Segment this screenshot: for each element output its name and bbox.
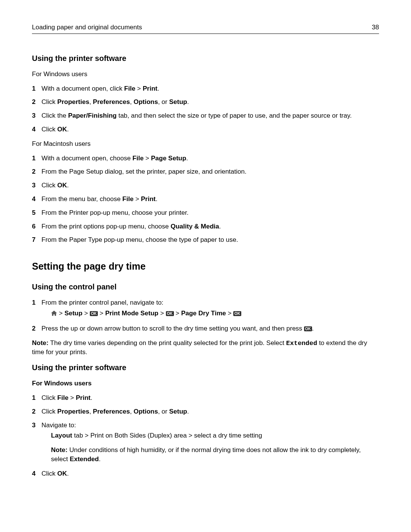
home-icon [51, 310, 57, 319]
layout-path: Layout tab > Print on Both Sides (Duplex… [51, 431, 379, 440]
note-dry-time: Note: The dry time varies depending on t… [32, 339, 379, 357]
list-item: From the Printer pop‑up menu, choose you… [32, 208, 379, 217]
windows-users-heading: For Windows users [32, 379, 379, 388]
ok-icon: OK [90, 311, 98, 316]
mac-steps-list: With a document open, choose File > Page… [32, 154, 379, 245]
list-item: Click the Paper/Finishing tab, and then … [32, 111, 379, 120]
ok-icon: OK [166, 311, 174, 316]
navigation-path: > Setup > OK > Print Mode Setup > OK > P… [51, 309, 379, 319]
list-item: With a document open, click File > Print… [32, 84, 379, 93]
list-item: From the print options pop‑up menu, choo… [32, 222, 379, 231]
mac-intro: For Macintosh users [32, 139, 379, 149]
list-item: From the Page Setup dialog, set the prin… [32, 167, 379, 176]
note-humidity: Note: Under conditions of high humidity,… [51, 446, 379, 464]
subsection-printer-software-2: Using the printer software [32, 362, 379, 373]
ok-icon: OK [304, 326, 312, 331]
subsection-control-panel: Using the control panel [32, 281, 379, 292]
list-item: Click OK. [32, 125, 379, 134]
list-item: From the printer control panel, navigate… [32, 298, 379, 319]
ok-icon: OK [233, 311, 241, 316]
list-item: Click Properties, Preferences, Options, … [32, 97, 379, 107]
list-item: Click OK. [32, 181, 379, 190]
section-heading-dry-time: Setting the page dry time [32, 260, 379, 273]
page-header: Loading paper and original documents 38 [32, 23, 379, 34]
control-panel-steps: From the printer control panel, navigate… [32, 298, 379, 333]
header-title: Loading paper and original documents [32, 23, 142, 32]
list-item: Navigate to: Layout tab > Print on Both … [32, 421, 379, 464]
windows-steps-list: With a document open, click File > Print… [32, 84, 379, 134]
list-item: With a document open, choose File > Page… [32, 154, 379, 163]
list-item: From the Paper Type pop‑up menu, choose … [32, 235, 379, 244]
list-item: From the menu bar, choose File > Print. [32, 195, 379, 204]
list-item: Click File > Print. [32, 393, 379, 403]
list-item: Press the up or down arrow button to scr… [32, 324, 379, 333]
windows-steps-list-2: Click File > Print. Click Properties, Pr… [32, 393, 379, 478]
section-heading-printer-software: Using the printer software [32, 53, 379, 64]
list-item: Click OK. [32, 469, 379, 478]
page-number: 38 [372, 23, 379, 32]
windows-intro: For Windows users [32, 70, 379, 79]
list-item: Click Properties, Preferences, Options, … [32, 407, 379, 416]
